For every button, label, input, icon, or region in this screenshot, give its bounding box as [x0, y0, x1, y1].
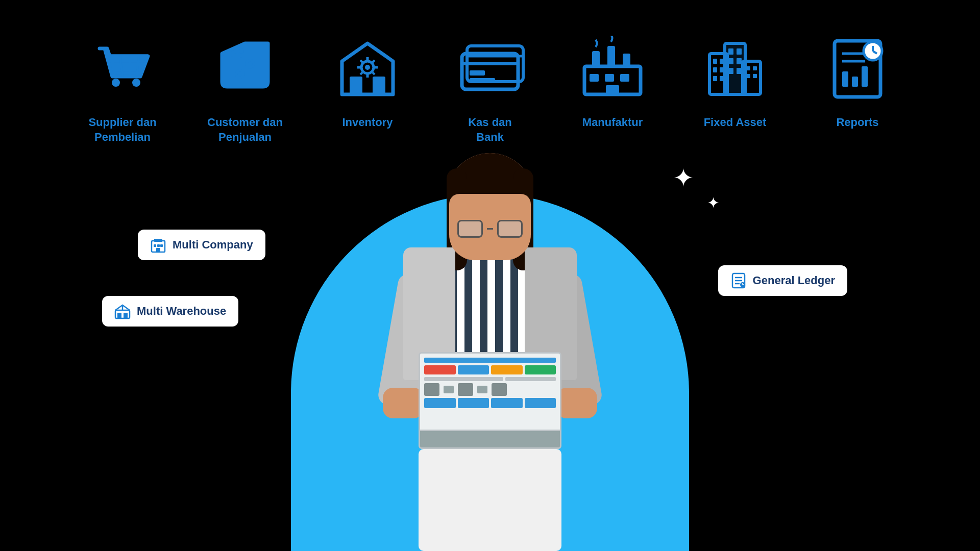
- svg-rect-48: [746, 74, 750, 78]
- sparkle-small: ✦: [707, 194, 720, 212]
- svg-point-15: [365, 65, 370, 70]
- svg-rect-46: [746, 66, 750, 70]
- svg-rect-63: [862, 66, 868, 87]
- svg-point-11: [239, 48, 244, 54]
- svg-rect-57: [737, 68, 742, 74]
- svg-rect-62: [852, 77, 858, 87]
- warehouse-icon: [114, 303, 131, 319]
- svg-rect-53: [737, 48, 742, 55]
- svg-rect-49: [753, 74, 757, 78]
- svg-point-7: [132, 79, 140, 87]
- svg-line-20: [360, 60, 362, 62]
- icon-item-fixed-asset[interactable]: Fixed Asset: [694, 31, 776, 144]
- badge-multi-warehouse[interactable]: Multi Warehouse: [102, 296, 238, 327]
- svg-rect-55: [737, 58, 742, 64]
- svg-rect-36: [620, 74, 629, 82]
- kas-label: Kas dan Bank: [468, 115, 512, 144]
- svg-rect-69: [154, 244, 156, 247]
- svg-rect-50: [725, 43, 745, 94]
- sparkle-large: ✦: [673, 163, 694, 193]
- reports-label: Reports: [836, 115, 878, 130]
- svg-rect-68: [154, 239, 162, 242]
- fixed-asset-label: Fixed Asset: [704, 115, 767, 130]
- svg-rect-31: [592, 51, 600, 67]
- customer-icon: [204, 31, 286, 107]
- icon-item-manufaktur[interactable]: Manufaktur: [572, 31, 653, 144]
- multi-company-label: Multi Company: [173, 238, 253, 252]
- svg-rect-56: [728, 68, 733, 74]
- icon-item-kas[interactable]: Kas dan Bank: [449, 31, 531, 144]
- svg-rect-61: [842, 71, 848, 87]
- fixed-asset-icon: [694, 31, 776, 107]
- general-ledger-label: General Ledger: [753, 274, 835, 287]
- icon-item-supplier[interactable]: Supplier dan Pembelian: [82, 31, 163, 144]
- svg-rect-44: [720, 76, 724, 81]
- svg-rect-54: [728, 58, 733, 64]
- laptop-display: [419, 352, 561, 449]
- svg-line-21: [373, 72, 375, 74]
- icon-item-inventory[interactable]: Inventory: [327, 31, 408, 144]
- building-icon: [150, 237, 166, 253]
- svg-line-23: [360, 72, 362, 74]
- svg-rect-28: [470, 70, 485, 76]
- svg-line-22: [373, 60, 375, 62]
- reports-icon: [817, 31, 898, 107]
- inventory-icon: [327, 31, 408, 107]
- manufaktur-label: Manufaktur: [582, 115, 643, 130]
- svg-rect-34: [590, 74, 599, 82]
- manufaktur-icon: [572, 31, 653, 107]
- svg-rect-32: [607, 46, 615, 67]
- svg-rect-35: [605, 74, 614, 82]
- svg-rect-70: [157, 244, 160, 247]
- multi-warehouse-label: Multi Warehouse: [137, 305, 226, 318]
- svg-rect-42: [720, 67, 724, 72]
- svg-rect-29: [470, 78, 495, 82]
- ledger-icon: [730, 272, 747, 289]
- svg-rect-52: [728, 48, 733, 55]
- top-icons-row: Supplier dan Pembelian Customer dan Penj…: [0, 0, 980, 144]
- svg-rect-13: [373, 77, 385, 94]
- svg-rect-71: [160, 244, 163, 247]
- icon-item-customer[interactable]: Customer dan Penjualan: [204, 31, 286, 144]
- svg-rect-47: [753, 66, 757, 70]
- svg-rect-37: [606, 85, 619, 94]
- icon-item-reports[interactable]: Reports: [817, 31, 898, 144]
- svg-rect-12: [350, 77, 362, 94]
- supplier-icon: [82, 31, 163, 107]
- customer-label: Customer dan Penjualan: [207, 115, 283, 144]
- svg-rect-39: [713, 59, 717, 64]
- inventory-label: Inventory: [342, 115, 393, 130]
- kas-icon: [449, 31, 531, 107]
- supplier-label: Supplier dan Pembelian: [88, 115, 156, 144]
- svg-rect-75: [124, 313, 128, 318]
- svg-rect-40: [720, 59, 724, 64]
- svg-rect-74: [117, 313, 121, 318]
- badge-multi-company[interactable]: Multi Company: [138, 230, 265, 260]
- person-container: [362, 133, 618, 551]
- badge-general-ledger[interactable]: General Ledger: [718, 265, 847, 296]
- svg-rect-72: [156, 248, 160, 252]
- svg-rect-41: [713, 67, 717, 72]
- svg-rect-43: [713, 76, 717, 81]
- svg-point-6: [112, 79, 120, 87]
- svg-rect-33: [623, 54, 630, 67]
